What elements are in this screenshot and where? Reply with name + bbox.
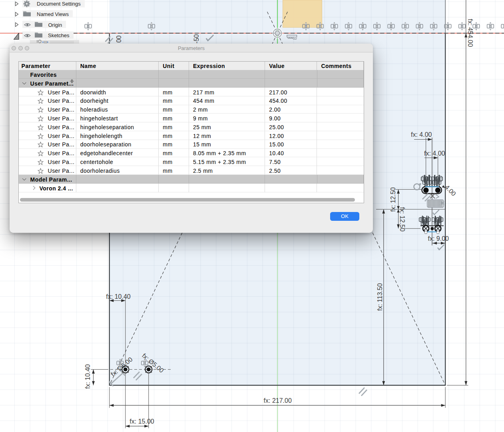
svg-text:fx: 4.00: fx: 4.00 <box>411 131 432 138</box>
svg-text:fx: 217.00: fx: 217.00 <box>264 397 292 404</box>
svg-text:fx: 454.00: fx: 454.00 <box>467 19 474 47</box>
svg-text:fx: 4.00: fx: 4.00 <box>424 150 445 157</box>
svg-text:Named Views: Named Views <box>37 11 69 17</box>
svg-text:Sketches: Sketches <box>48 32 70 38</box>
svg-text:00: 00 <box>116 36 122 43</box>
svg-text:Document Settings: Document Settings <box>37 1 81 7</box>
svg-text:Origin: Origin <box>48 22 62 28</box>
svg-text:fx: 9.00: fx: 9.00 <box>428 235 449 242</box>
svg-text:fx: 10.40: fx: 10.40 <box>84 364 91 389</box>
svg-text:-50: -50 <box>193 34 200 43</box>
svg-text:fx: 12.50: fx: 12.50 <box>390 187 396 212</box>
svg-text:fx: 113.50: fx: 113.50 <box>377 283 383 311</box>
svg-text:fx: 15.00: fx: 15.00 <box>129 418 154 425</box>
svg-text:fx: 12.50: fx: 12.50 <box>399 207 406 232</box>
svg-text:fx: 10.40: fx: 10.40 <box>106 293 130 300</box>
